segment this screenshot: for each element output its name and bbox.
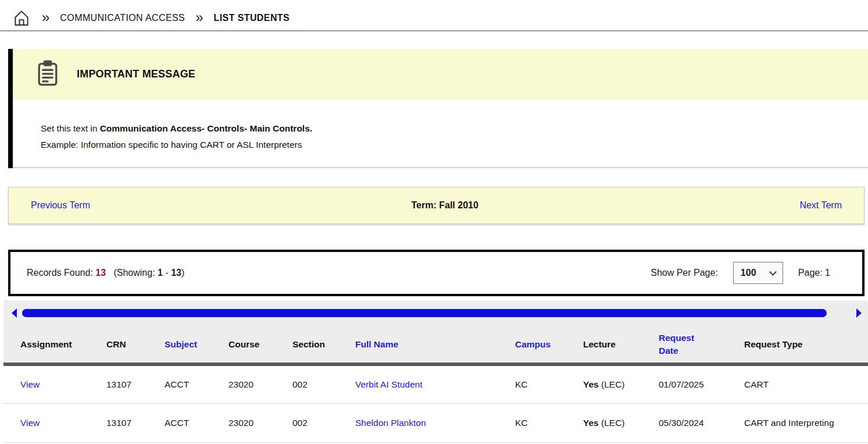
current-term-label: Term: Fall 2010 [90,200,799,211]
page-indicator: Page: 1 [798,268,830,278]
col-subject[interactable]: Subject [165,326,228,364]
message-line-1: Set this text in Communication Access- C… [41,120,868,137]
student-name-link[interactable]: Sheldon Plankton [355,418,426,428]
crn-cell: 13107 [106,364,165,403]
records-found-text: Records Found: 13 (Showing: 1 - 13) [10,268,184,278]
home-icon[interactable] [12,8,31,28]
subject-cell: ACCT [165,364,228,403]
request-type-cell: CART [744,364,868,403]
message-line-2: Example: Information specific to having … [41,137,868,153]
request-type-cell: CART and Interpreting [744,403,868,442]
col-lecture: Lecture [583,326,659,364]
course-cell: 23020 [228,364,292,403]
per-page-select[interactable]: 100 [733,262,783,284]
view-link[interactable]: View [20,379,40,389]
campus-cell: KC [515,364,583,403]
col-campus[interactable]: Campus [515,326,583,364]
col-crn: CRN [106,326,165,364]
students-table-area: Assignment CRN Subject Course Section Fu… [3,300,868,443]
scroll-right-arrow-icon[interactable] [856,308,862,318]
breadcrumb-separator: » [195,10,203,26]
scrollbar-thumb[interactable] [22,309,827,317]
important-message-body: Set this text in Communication Access- C… [13,100,868,168]
records-found-count: 13 [95,268,106,278]
table-row: View 13107 ACCT 23020 002 Verbit AI Stud… [3,364,868,403]
course-cell: 23020 [228,403,292,442]
breadcrumb-list-students: LIST STUDENTS [214,13,290,23]
request-date-cell: 05/30/2024 [659,403,744,442]
section-cell: 002 [292,364,355,403]
campus-cell: KC [515,403,583,442]
student-name-link[interactable]: Verbit AI Student [355,379,422,389]
col-request-date[interactable]: Request Date [659,326,744,364]
view-link[interactable]: View [20,418,40,428]
breadcrumb: » COMMUNICATION ACCESS » LIST STUDENTS [0,0,868,31]
col-course: Course [228,326,292,364]
breadcrumb-separator: » [42,10,49,26]
important-message-header: IMPORTANT MESSAGE [13,49,868,100]
crn-cell: 13107 [106,403,165,442]
records-bar: Records Found: 13 (Showing: 1 - 13) Show… [8,250,865,296]
col-full-name[interactable]: Full Name [355,326,515,364]
previous-term-link[interactable]: Previous Term [9,200,90,211]
subject-cell: ACCT [165,403,228,442]
lecture-cell: Yes (LEC) [583,364,659,403]
term-bar: Previous Term Term: Fall 2010 Next Term [8,187,865,224]
request-date-cell: 01/07/2025 [659,364,744,403]
col-section: Section [292,326,355,364]
col-request-type: Request Type [744,326,868,364]
col-assignment: Assignment [3,326,106,364]
clipboard-icon [36,60,59,89]
horizontal-scrollbar[interactable] [3,300,868,326]
table-row: View 13107 ACCT 23020 002 Sheldon Plankt… [3,403,868,442]
chevron-down-icon [769,268,777,276]
table-header-row: Assignment CRN Subject Course Section Fu… [3,326,868,364]
section-cell: 002 [292,403,355,442]
students-table: Assignment CRN Subject Course Section Fu… [3,326,868,443]
next-term-link[interactable]: Next Term [799,200,864,211]
scroll-left-arrow-icon[interactable] [12,308,17,318]
important-message-panel: IMPORTANT MESSAGE Set this text in Commu… [8,49,868,168]
breadcrumb-communication-access[interactable]: COMMUNICATION ACCESS [60,13,185,23]
important-message-title: IMPORTANT MESSAGE [77,68,195,80]
table-body: View 13107 ACCT 23020 002 Verbit AI Stud… [3,364,868,442]
show-per-page-label: Show Per Page: [651,268,718,278]
lecture-cell: Yes (LEC) [583,403,659,442]
